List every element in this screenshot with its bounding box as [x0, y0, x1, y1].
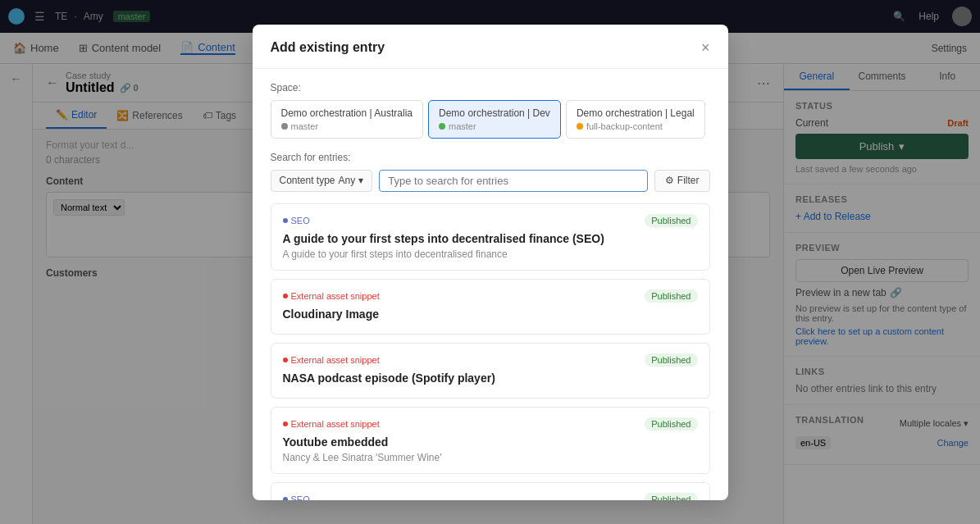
- entry-type-4: SEO: [283, 494, 310, 500]
- entry-title-1: Cloudinary Image: [283, 308, 698, 321]
- entry-subtitle-3: Nancy & Lee Sinatra 'Summer Wine': [283, 452, 698, 463]
- branch-dot-australia: [281, 123, 288, 130]
- entry-status-1: Published: [645, 289, 697, 303]
- entry-subtitle-0: A guide to your first steps into decentr…: [283, 248, 698, 260]
- modal-overlay[interactable]: Add existing entry × Space: Demo orchest…: [0, 0, 980, 524]
- search-label: Search for entries:: [271, 152, 710, 163]
- modal-title: Add existing entry: [271, 40, 385, 55]
- entry-type-1: External asset snippet: [283, 291, 380, 301]
- space-label: Space:: [271, 82, 710, 93]
- entry-card-2-top: External asset snippet Published: [283, 353, 698, 367]
- chevron-down-icon: ▾: [358, 175, 363, 186]
- entry-card-3-top: External asset snippet Published: [283, 417, 698, 431]
- space-option-australia[interactable]: Demo orchestration | Australia master: [271, 100, 424, 139]
- entry-title-0: A guide to your first steps into decentr…: [283, 232, 698, 245]
- entry-card-2[interactable]: External asset snippet Published NASA po…: [271, 343, 710, 399]
- entry-type-dot-4: [283, 497, 288, 500]
- entry-title-2: NASA podcast episode (Spotify player): [283, 371, 698, 385]
- space-australia-name: Demo orchestration | Australia: [281, 107, 413, 119]
- entry-status-2: Published: [645, 353, 697, 367]
- entry-type-dot-2: [283, 358, 288, 362]
- entry-type-dot-1: [283, 294, 288, 298]
- entry-status-3: Published: [645, 417, 697, 431]
- space-option-dev[interactable]: Demo orchestration | Dev master: [428, 100, 561, 139]
- content-type-label: Content type: [280, 175, 335, 186]
- entry-type-0: SEO: [283, 216, 310, 226]
- entry-type-dot-3: [283, 421, 288, 426]
- space-legal-name: Demo orchestration | Legal: [577, 107, 695, 119]
- content-type-filter-chip[interactable]: Content type Any ▾: [271, 170, 373, 192]
- space-legal-branch: full-backup-content: [577, 121, 695, 131]
- modal-header: Add existing entry ×: [253, 25, 728, 69]
- entry-type-3: External asset snippet: [283, 419, 380, 429]
- entry-title-3: Youtube embedded: [283, 435, 698, 449]
- space-dev-name: Demo orchestration | Dev: [439, 107, 550, 119]
- entry-status-4: Published: [645, 493, 697, 500]
- add-existing-entry-modal: Add existing entry × Space: Demo orchest…: [253, 25, 728, 500]
- filter-chip-value: Any: [339, 175, 356, 186]
- entry-card-4-top: SEO Published: [283, 493, 698, 500]
- search-input-box: [379, 170, 648, 192]
- space-australia-branch: master: [281, 121, 413, 131]
- space-dev-branch: master: [439, 121, 550, 131]
- branch-dot-dev: [439, 123, 445, 130]
- entry-card-3[interactable]: External asset snippet Published Youtube…: [271, 407, 710, 474]
- space-options: Demo orchestration | Australia master De…: [271, 100, 710, 139]
- entry-card-1-top: External asset snippet Published: [283, 289, 698, 303]
- search-row: Content type Any ▾ ⚙ Filter: [271, 170, 710, 192]
- entry-type-2: External asset snippet: [283, 355, 380, 365]
- entry-list: SEO Published A guide to your first step…: [271, 203, 710, 500]
- entry-card-0[interactable]: SEO Published A guide to your first step…: [271, 203, 710, 271]
- entry-card-0-top: SEO Published: [283, 214, 698, 227]
- branch-dot-legal: [577, 123, 583, 130]
- filter-button[interactable]: ⚙ Filter: [654, 170, 710, 192]
- entry-type-dot-0: [283, 218, 288, 223]
- filter-icon: ⚙: [665, 175, 674, 186]
- entry-card-1[interactable]: External asset snippet Published Cloudin…: [271, 279, 710, 335]
- entry-card-4[interactable]: SEO Published Option Trading with Colour…: [271, 482, 710, 500]
- search-input[interactable]: [388, 175, 639, 187]
- modal-close-button[interactable]: ×: [701, 39, 710, 57]
- space-option-legal[interactable]: Demo orchestration | Legal full-backup-c…: [566, 100, 705, 139]
- entry-status-0: Published: [645, 214, 697, 227]
- modal-body: Space: Demo orchestration | Australia ma…: [253, 69, 728, 500]
